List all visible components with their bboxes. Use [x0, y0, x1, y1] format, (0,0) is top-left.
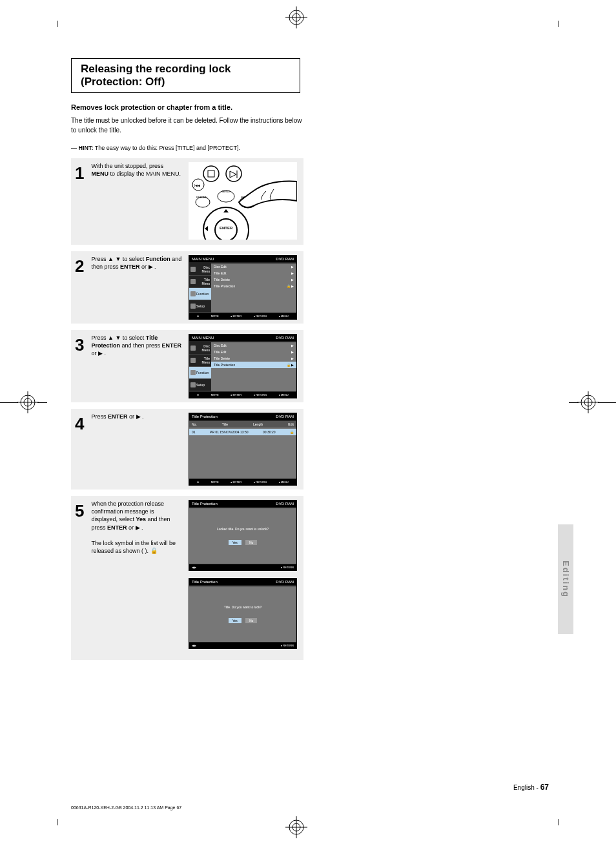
onscreen-title-list-step4: Title ProtectionDVD RAM No. Title Length…	[189, 413, 297, 486]
side-tab-editing: Editing	[558, 524, 573, 634]
step-2: 2 Press ▲ ▼ to select Function and then …	[71, 251, 303, 324]
file-slug-footer: 00631A-R120-XEH-2-GB 2004.11.2 11:13 AM …	[71, 805, 181, 810]
crop-marks-bottom	[0, 814, 616, 846]
no-button[interactable]: No	[245, 618, 257, 623]
step-5: 5 When the protection release confirmati…	[71, 496, 303, 660]
no-button[interactable]: No	[245, 540, 257, 545]
onscreen-menu-step3: MAIN MENUDVD RAM Disc Menu Title Menu Fu…	[189, 334, 297, 398]
page-number: English - 67	[71, 783, 549, 792]
registration-mark-icon	[285, 6, 307, 28]
yes-button[interactable]: Yes	[229, 618, 241, 623]
step-4: 4 Press ENTER or ▶ . Title ProtectionDVD…	[71, 409, 303, 490]
svg-text:RETURN: RETURN	[196, 196, 207, 199]
step-3: 3 Press ▲ ▼ to select Title Protection a…	[71, 330, 303, 402]
onscreen-menu-step2: MAIN MENUDVD RAM Disc Menu Title Menu Fu…	[189, 255, 297, 320]
confirm-dialog-lock: Title ProtectionDVD RAM Title. Do you wa…	[189, 578, 297, 649]
confirm-dialog-unlock: Title ProtectionDVD RAM Locked title. Do…	[189, 500, 297, 571]
svg-rect-17	[208, 170, 214, 177]
registration-mark-icon	[285, 816, 307, 838]
svg-text:MENU: MENU	[222, 190, 230, 193]
registration-mark-icon	[17, 391, 39, 413]
crop-marks-top	[0, 0, 616, 32]
svg-text:|◀◀: |◀◀	[194, 183, 200, 187]
hint-block: — HINT: The easy way to do this: Press […	[71, 144, 303, 152]
intro-text: Removes lock protection or chapter from …	[71, 102, 303, 135]
section-title: Releasing the recording lock (Protection…	[71, 58, 300, 93]
remote-control-illustration: |◀◀ RETURN MENU REC MODE ENTER	[189, 162, 297, 240]
svg-point-18	[226, 166, 241, 181]
svg-text:ENTER: ENTER	[220, 226, 233, 230]
yes-button[interactable]: Yes	[229, 540, 241, 545]
svg-point-16	[203, 166, 219, 181]
registration-mark-icon	[577, 391, 599, 413]
step-1: 1 With the unit stopped, press MENU to d…	[71, 158, 303, 245]
unlock-icon: 🔓	[150, 548, 158, 554]
